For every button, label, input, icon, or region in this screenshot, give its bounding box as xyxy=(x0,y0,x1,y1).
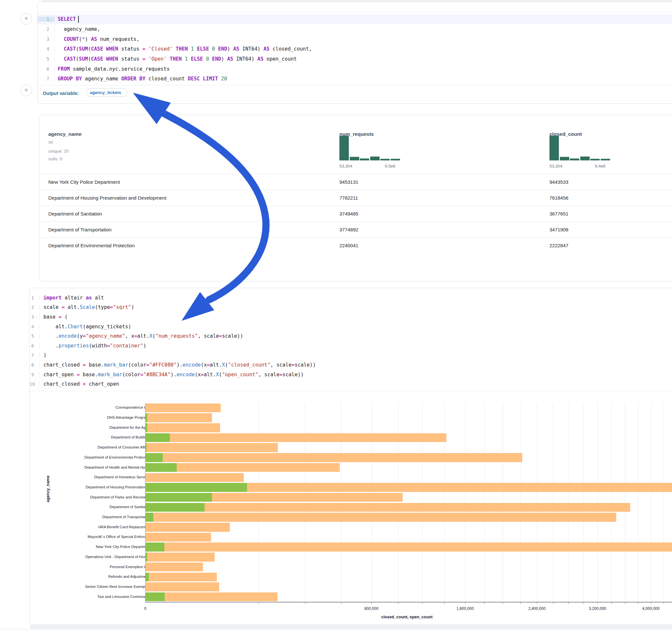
column-header-agency_name[interactable]: agency_name xyxy=(48,131,82,137)
chart-gridline xyxy=(537,403,537,602)
chart-gridline xyxy=(371,403,372,602)
line-number: 8 xyxy=(29,362,34,367)
bar-closed-count xyxy=(145,413,212,422)
line-number: 1 xyxy=(29,295,34,300)
next-cell-edge xyxy=(30,625,672,629)
bar-closed-count xyxy=(145,443,278,452)
code-line-6[interactable]: 6 .properties(width="container") xyxy=(29,341,672,350)
add-cell-button-below-sql[interactable]: + xyxy=(20,84,32,96)
output-variable-input[interactable]: agency_tickets xyxy=(86,88,127,97)
bar-closed-count xyxy=(145,542,672,552)
cell-closed-count: 7618456 xyxy=(549,195,568,201)
code-line-2[interactable]: 2scale = alt.Scale(type="sqrt") xyxy=(29,303,672,312)
column-type: str xyxy=(48,140,53,145)
bar-closed-count xyxy=(145,563,203,572)
y-axis-label: Department of Health and Mental Hyg… xyxy=(44,465,151,469)
bar-open-count xyxy=(145,573,149,582)
code-line-4[interactable]: 4 alt.Chart(agency_tickets) xyxy=(29,322,672,332)
line-number: 7 xyxy=(38,76,49,81)
histogram-bin xyxy=(360,159,369,161)
code-line-2[interactable]: 2 agency_name, xyxy=(38,24,672,34)
cell-closed-count: 9443533 xyxy=(549,179,568,185)
cell-agency-name: Department of Housing Preservation and D… xyxy=(48,195,166,201)
code-line-1[interactable]: 1⌄SELECT xyxy=(38,14,672,24)
chart-gridline xyxy=(520,403,521,602)
code-line-5[interactable]: 5 CAST(SUM(CASE WHEN status = 'Open' THE… xyxy=(38,54,672,64)
y-axis-domain xyxy=(145,403,146,602)
python-cell: 1import altair as alt2scale = alt.Scale(… xyxy=(29,288,672,625)
cell-agency-name: Department of Sanitation xyxy=(48,211,102,217)
x-axis-tick-label: 800,000 xyxy=(364,606,378,611)
x-axis-tick-label: 3,200,000 xyxy=(589,606,606,611)
chart-gridline xyxy=(341,403,341,602)
code-line-8[interactable]: 8chart_closed = base.mark_bar(color="#FF… xyxy=(29,360,672,370)
cell-num-requests: 7782211 xyxy=(339,195,358,201)
x-axis-tick xyxy=(638,602,638,604)
line-number: 10 xyxy=(29,382,34,387)
table-row[interactable]: New York City Police Department945313194… xyxy=(39,174,672,190)
x-axis-tick xyxy=(465,602,465,604)
histogram-bin xyxy=(549,136,559,161)
bar-open-count xyxy=(145,542,164,552)
code-line-10[interactable]: 10chart_closed + chart_open xyxy=(29,379,672,389)
chart-gridline xyxy=(398,403,399,602)
x-axis-tick xyxy=(445,602,445,604)
add-cell-button-top[interactable]: + xyxy=(20,13,32,25)
histogram-bin xyxy=(370,156,380,161)
python-editor[interactable]: 1import altair as alt2scale = alt.Scale(… xyxy=(29,293,672,389)
table-row[interactable]: Department of Housing Preservation and D… xyxy=(39,190,672,206)
sql-editor[interactable]: 1⌄SELECT2 agency_name,3 COUNT(*) AS num_… xyxy=(38,14,672,84)
code-line-1[interactable]: 1import altair as alt xyxy=(29,293,672,303)
y-axis-label: Mayorâ€ s Office of Special Enforce… xyxy=(44,535,151,539)
y-axis-label: Department of Environmental Protection xyxy=(44,455,151,459)
line-number: 3 xyxy=(29,314,34,319)
code-line-6[interactable]: 6FROM sample_data.nyc.service_requests xyxy=(38,64,672,74)
chart-gridline xyxy=(611,403,612,602)
x-axis-tick xyxy=(503,602,503,604)
bar-closed-count xyxy=(145,453,522,462)
x-axis-domain xyxy=(145,602,672,602)
histogram-bin xyxy=(391,159,400,161)
histogram-bin xyxy=(590,159,600,161)
table-row[interactable]: Department of Environmental Protection22… xyxy=(39,237,672,253)
line-number: 4 xyxy=(29,324,34,329)
table-row[interactable]: Department of Transportation377489234719… xyxy=(39,221,672,238)
x-axis-tick xyxy=(305,602,305,604)
column-stat: unique: 20 xyxy=(48,149,69,153)
histogram-bin xyxy=(350,157,359,161)
code-line-7[interactable]: 7GROUP BY agency_name ORDER BY closed_co… xyxy=(38,74,672,84)
x-axis-tick xyxy=(341,602,341,604)
chart-gridline xyxy=(664,403,664,602)
x-axis-tick-label: 0 xyxy=(144,606,146,611)
x-axis-tick xyxy=(484,602,485,604)
chart-gridline xyxy=(305,403,305,602)
histogram-max-label: 9.5e6 xyxy=(385,164,395,169)
cell-num-requests: 9453131 xyxy=(339,179,358,185)
cell-agency-name: New York City Police Department xyxy=(48,179,120,185)
fold-caret-icon[interactable]: ⌄ xyxy=(49,18,54,21)
histogram-bin xyxy=(380,159,390,161)
y-axis-label: HRA Benefit Card Replacement xyxy=(44,525,151,529)
histogram-bin xyxy=(570,159,579,161)
cell-num-requests: 2240041 xyxy=(339,243,358,248)
line-number: 5 xyxy=(29,334,34,339)
code-line-3[interactable]: 3 COUNT(*) AS num_requests, xyxy=(38,34,672,44)
bar-closed-count xyxy=(145,503,630,512)
code-line-7[interactable]: 7) xyxy=(29,350,672,360)
table-row[interactable]: Department of Sanitation37494853677651 xyxy=(39,205,672,222)
cell-closed-count: 2222847 xyxy=(549,243,568,248)
code-line-9[interactable]: 9chart_open = base.mark_bar(color="#8BC3… xyxy=(29,370,672,380)
fold-caret-icon[interactable]: ⌄ xyxy=(34,315,39,319)
code-line-4[interactable]: 4 CAST(SUM(CASE WHEN status = 'Closed' T… xyxy=(38,44,672,54)
code-line-3[interactable]: 3⌄base = ( xyxy=(29,312,672,322)
code-line-5[interactable]: 5 .encode(y="agency_name", x=alt.X("num_… xyxy=(29,331,672,341)
altair-chart-output: Correspondence UnitDHS Advantage Program… xyxy=(29,391,672,624)
line-number: 6 xyxy=(29,343,34,348)
histogram-min-label: 53,304 xyxy=(549,164,562,169)
x-axis-tick-label: 4,000,000 xyxy=(642,606,659,611)
y-axis-label: Taxi and Limousine Commission xyxy=(44,595,151,599)
bar-open-count xyxy=(145,513,153,522)
x-axis-tick-label: 2,400,000 xyxy=(528,606,546,611)
chart-gridline xyxy=(484,403,485,602)
bar-open-count xyxy=(145,453,163,462)
